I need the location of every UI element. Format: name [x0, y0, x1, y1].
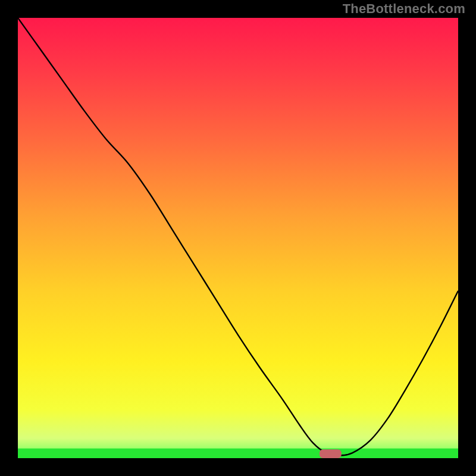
gradient-background — [18, 18, 458, 458]
optimal-marker[interactable] — [320, 449, 342, 458]
green-band — [18, 449, 458, 458]
watermark-text: TheBottleneck.com — [343, 1, 465, 17]
chart-canvas — [18, 18, 458, 458]
bottleneck-chart — [18, 18, 458, 458]
